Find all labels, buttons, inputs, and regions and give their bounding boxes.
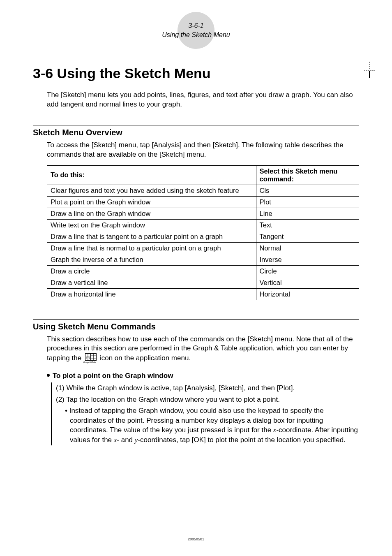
step-1: (1) While the Graph window is active, ta…	[56, 383, 359, 393]
table-row: Plot a point on the Graph windowPlot	[47, 196, 359, 208]
table-row: Graph the inverse of a functionInverse	[47, 254, 359, 265]
table-row: Draw a horizontal lineHorizontal	[47, 288, 359, 300]
step-2: (2) Tap the location on the Graph window…	[56, 395, 359, 404]
sketch-commands-table: To do this: Select this Sketch menu comm…	[47, 165, 359, 300]
crop-mark-icon	[363, 62, 376, 78]
table-row: Draw a circleCircle	[47, 265, 359, 277]
commands-desc: This section describes how to use each o…	[47, 335, 359, 364]
table-row: Draw a line on the Graph windowLine	[47, 208, 359, 219]
footer-date: 20050501	[0, 537, 392, 541]
table-row: Clear figures and text you have added us…	[47, 185, 359, 196]
table-row: Write text on the Graph windowText	[47, 219, 359, 231]
intro-text: The [Sketch] menu lets you add points, l…	[47, 90, 359, 109]
section-heading-overview: Sketch Menu Overview	[33, 128, 359, 137]
badge-title: Using the Sketch Menu	[162, 30, 230, 39]
graph-table-icon: Graph&Tab...	[83, 353, 98, 364]
section-heading-commands: Using Sketch Menu Commands	[33, 322, 359, 331]
step-note: • Instead of tapping the Graph window, y…	[65, 406, 359, 445]
header-badge: 3-6-1 Using the Sketch Menu	[33, 12, 359, 49]
table-row: Draw a line that is normal to a particul…	[47, 242, 359, 254]
table-row: Draw a vertical lineVertical	[47, 277, 359, 288]
page-title: 3-6 Using the Sketch Menu	[33, 65, 359, 81]
table-row: Draw a line that is tangent to a particu…	[47, 231, 359, 242]
th-command: Select this Sketch menu command:	[256, 165, 359, 185]
divider	[33, 319, 359, 320]
badge-number: 3-6-1	[162, 21, 230, 30]
procedure-steps: (1) While the Graph window is active, ta…	[51, 382, 359, 445]
procedure-heading: To plot a point on the Graph window	[47, 372, 359, 380]
overview-desc: To access the [Sketch] menu, tap [Analys…	[47, 141, 359, 160]
bullet-icon	[47, 374, 50, 377]
divider	[33, 125, 359, 125]
page: 3-6-1 Using the Sketch Menu 3-6 Using th…	[0, 0, 392, 556]
th-to-do: To do this:	[47, 165, 256, 185]
